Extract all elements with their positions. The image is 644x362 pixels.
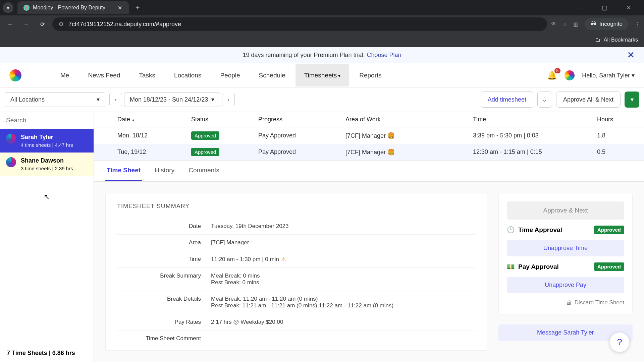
label-comment: Time Sheet Comment (117, 335, 211, 342)
next-week-button[interactable]: › (222, 93, 235, 106)
notification-count: 5 (554, 68, 561, 73)
url-text: 7cf47d19112152.na.deputy.com/#approve (68, 21, 181, 28)
nav-tasks[interactable]: Tasks (130, 64, 164, 86)
incognito-icon: 🕶 (590, 21, 596, 27)
cell-date: Tue, 19/12 (114, 144, 188, 160)
col-hours[interactable]: Hours (594, 112, 634, 127)
tab-timesheet[interactable]: Time Sheet (105, 161, 142, 181)
notifications-button[interactable]: 🔔 5 (547, 71, 557, 80)
address-bar[interactable]: ⚙ 7cf47d19112152.na.deputy.com/#approve (52, 17, 547, 31)
bookmark-bar: 🗀 All Bookmarks (0, 33, 644, 47)
label-break-summary: Break Summary (117, 273, 211, 286)
close-window-button[interactable]: ✕ (622, 4, 635, 11)
chevron-down-icon: ▾ (211, 96, 214, 103)
cell-hours: 0.5 (594, 144, 634, 160)
col-time[interactable]: Time (470, 112, 594, 127)
value-time: 11:20 am - 1:30 pm | 0 min⚠ (211, 256, 475, 263)
browser-toolbar: ← → ⟳ ⚙ 7cf47d19112152.na.deputy.com/#ap… (0, 15, 644, 33)
prev-week-button[interactable]: ‹ (109, 93, 122, 106)
person-meta: 3 time sheets | 2.39 hrs (21, 166, 73, 171)
nav-timesheets[interactable]: Timesheets (296, 64, 349, 86)
location-select[interactable]: All Locations ▾ (5, 92, 105, 107)
label-time: Time (117, 256, 211, 263)
nav-schedule[interactable]: Schedule (250, 64, 294, 86)
side-panel-icon[interactable]: ▥ (573, 21, 578, 27)
col-status[interactable]: Status (188, 112, 255, 127)
bookmark-star-icon[interactable]: ☆ (562, 21, 567, 27)
cell-progress: Pay Approved (255, 128, 342, 143)
cell-time: 3:39 pm - 5:30 pm | 0:03 (470, 128, 594, 143)
people-sidebar: Sarah Tyler 4 time sheets | 4.47 hrs Sha… (0, 112, 94, 362)
browser-menu-button[interactable]: ⋮ (635, 21, 640, 27)
search-input[interactable] (6, 117, 88, 124)
avatar-icon (6, 157, 16, 167)
col-progress[interactable]: Progress (255, 112, 342, 127)
status-badge: Approved (191, 148, 219, 156)
site-settings-icon[interactable]: ⚙ (58, 20, 64, 28)
person-name: Sarah Tyler (21, 134, 73, 141)
tab-history[interactable]: History (153, 161, 176, 181)
nav-reports[interactable]: Reports (351, 64, 390, 86)
money-icon: 💵 (507, 263, 515, 270)
discard-timesheet-link[interactable]: 🗑 Discard Time Sheet (507, 299, 624, 306)
value-area: [7CF] Manager (211, 239, 475, 246)
approve-all-dropdown[interactable]: ▾ (625, 92, 639, 108)
label-break-details: Break Details (117, 296, 211, 309)
tab-comments[interactable]: Comments (187, 161, 221, 181)
cell-hours: 1.8 (594, 128, 634, 143)
value-comment (211, 335, 475, 342)
cell-date: Mon, 18/12 (114, 128, 188, 143)
table-row[interactable]: Tue, 19/12 Approved Pay Approved [7CF] M… (94, 144, 644, 160)
all-bookmarks-link[interactable]: All Bookmarks (604, 37, 638, 43)
date-range-picker[interactable]: Mon 18/12/23 - Sun 24/12/23 ▾ (124, 92, 220, 107)
approval-card: Approve & Next 🕒Time Approval Approved U… (498, 193, 633, 314)
tab-search-button[interactable]: ▾ (3, 2, 13, 13)
add-timesheet-dropdown[interactable]: ⌄ (537, 92, 552, 108)
minimize-button[interactable]: — (574, 4, 587, 11)
back-button[interactable]: ← (4, 18, 16, 30)
unapprove-time-button[interactable]: Unapprove Time (507, 240, 624, 256)
unapprove-pay-button[interactable]: Unapprove Pay (507, 277, 624, 293)
value-pay-rates: 2.17 hrs @ Weekday $20.00 (211, 319, 475, 325)
add-timesheet-button[interactable]: Add timesheet (481, 92, 533, 108)
cell-time: 12:30 am - 1:15 am | 0:15 (470, 144, 594, 160)
clock-icon: 🕒 (507, 226, 515, 234)
nav-locations[interactable]: Locations (165, 64, 210, 86)
deputy-logo-icon[interactable] (9, 69, 21, 81)
forward-button[interactable]: → (20, 18, 32, 30)
cell-area: [7CF] Manager 🍔 (342, 144, 470, 160)
folder-icon: 🗀 (595, 37, 600, 43)
col-date[interactable]: Date▴ (114, 112, 188, 127)
browser-tab[interactable]: Moodjoy - Powered By Deputy ✕ (17, 1, 129, 14)
approve-next-button[interactable]: Approve & Next (507, 201, 624, 220)
person-item-shane[interactable]: Shane Dawson 3 time sheets | 2.39 hrs (0, 153, 94, 176)
choose-plan-link[interactable]: Choose Plan (367, 52, 401, 59)
visibility-icon[interactable]: 👁 (551, 21, 556, 27)
nav-people[interactable]: People (211, 64, 249, 86)
col-area[interactable]: Area of Work (342, 112, 470, 127)
nav-me[interactable]: Me (52, 64, 78, 86)
cell-area: [7CF] Manager 🍔 (342, 128, 470, 143)
main-nav: Me News Feed Tasks Locations People Sche… (52, 64, 390, 86)
person-item-sarah[interactable]: Sarah Tyler 4 time sheets | 4.47 hrs (0, 129, 94, 153)
avatar-icon[interactable] (565, 70, 575, 80)
filter-bar: All Locations ▾ ‹ Mon 18/12/23 - Sun 24/… (0, 87, 644, 112)
value-break-details: Meal Break: 11:20 am - 11:20 am (0 mins)… (211, 296, 475, 309)
nav-newsfeed[interactable]: News Feed (79, 64, 129, 86)
close-icon[interactable]: ✕ (627, 50, 635, 60)
table-row[interactable]: Mon, 18/12 Approved Pay Approved [7CF] M… (94, 127, 644, 144)
status-badge: Approved (594, 226, 624, 234)
window-controls: — ▢ ✕ (574, 4, 641, 11)
incognito-badge[interactable]: 🕶 Incognito (584, 18, 629, 30)
new-tab-button[interactable]: + (132, 2, 143, 13)
user-greeting[interactable]: Hello, Sarah Tyler ▾ (582, 72, 635, 79)
maximize-button[interactable]: ▢ (598, 4, 611, 11)
cell-progress: Pay Approved (255, 144, 342, 160)
reload-button[interactable]: ⟳ (36, 18, 48, 30)
sidebar-total: 7 Time Sheets | 6.86 hrs (0, 344, 94, 362)
close-icon[interactable]: ✕ (117, 5, 123, 11)
help-button[interactable]: ? (610, 333, 629, 352)
label-area: Area (117, 239, 211, 246)
approve-all-button[interactable]: Approve All & Next (556, 92, 621, 108)
detail-tabs: Time Sheet History Comments (94, 161, 644, 182)
